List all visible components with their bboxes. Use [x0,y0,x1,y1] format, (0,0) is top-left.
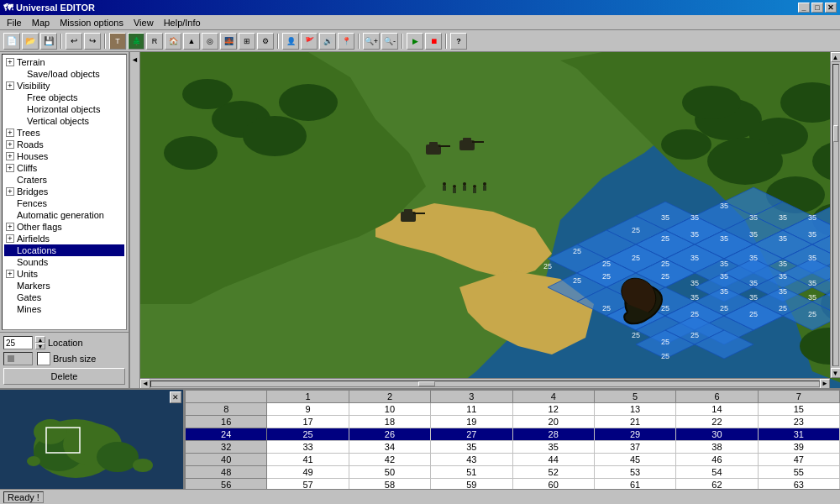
tree-item-craters[interactable]: Craters [4,174,124,186]
grid-cell[interactable]: 27 [431,428,512,441]
tree-item-other-flags[interactable]: +Other flags [4,221,124,233]
cliffs-button[interactable]: ▲ [183,33,200,50]
grid-cell[interactable]: 23 [758,416,839,428]
grid-cell[interactable]: 17 [267,416,349,428]
save-button[interactable]: 💾 [40,33,57,50]
v-scrollbar[interactable]: ▲ ▼ [830,52,840,378]
menu-mission-options[interactable]: Mission options [55,17,129,29]
table-row[interactable]: 3233343535373839 [186,441,840,454]
roads-button[interactable]: R [146,33,163,50]
grid-cell[interactable]: 46 [676,454,758,466]
tree-item-free-objects[interactable]: Free objects [4,92,124,103]
grid-cell[interactable]: 28 [512,428,594,441]
grid-cell[interactable]: 39 [758,441,839,454]
scroll-right-button[interactable]: ► [820,379,830,389]
grid-cell[interactable]: 31 [758,428,839,441]
expand-icon[interactable]: + [6,140,14,149]
tree-item-houses[interactable]: +Houses [4,150,124,162]
grid-cell[interactable]: 35 [431,441,512,454]
grid-cell[interactable]: 62 [676,479,758,490]
scroll-up-button[interactable]: ▲ [831,52,841,62]
tree-item-mines[interactable]: Mines [4,303,124,315]
brush-input[interactable] [37,352,50,365]
tree-item-gates[interactable]: Gates [4,291,124,303]
zoom-in-button[interactable]: 🔍+ [363,33,380,50]
scroll-left-button[interactable]: ◄ [140,379,150,389]
info-button[interactable]: ? [450,33,467,50]
units-button[interactable]: 👤 [282,33,299,50]
tree-item-horizontal-objects[interactable]: Horizontal objects [4,103,124,115]
table-row[interactable]: 89101112131415 [186,403,840,416]
close-button[interactable]: ✕ [825,3,837,13]
tree-item-cliffs[interactable]: +Cliffs [4,162,124,174]
grid-cell[interactable]: 29 [594,428,675,441]
delete-button[interactable]: Delete [3,368,125,385]
menu-map[interactable]: Map [27,17,55,29]
v-scroll-thumb[interactable] [833,125,838,142]
grid-cell[interactable]: 41 [267,454,349,466]
minimize-button[interactable]: _ [798,3,810,13]
minimap-close-button[interactable]: ✕ [170,391,181,403]
grid-cell[interactable]: 9 [267,403,349,416]
grid-cell[interactable]: 38 [676,441,758,454]
tree-item-vertical-objects[interactable]: Vertical objects [4,115,124,127]
grid-cell[interactable]: 10 [349,403,430,416]
trees-button[interactable]: 🌲 [128,33,144,50]
scroll-down-button[interactable]: ▼ [831,368,841,378]
menu-file[interactable]: File [2,17,27,29]
grid-cell[interactable]: 44 [512,454,594,466]
grid-cell[interactable]: 59 [431,479,512,490]
play-button[interactable]: ▶ [407,33,423,50]
grid-cell[interactable]: 53 [594,466,675,479]
grid-cell[interactable]: 11 [431,403,512,416]
grid-cell[interactable]: 33 [267,441,349,454]
auto-gen-button[interactable]: ⚙ [257,33,274,50]
grid-cell[interactable]: 58 [349,479,430,490]
grid-cell[interactable]: 57 [267,479,349,490]
craters-button[interactable]: ◎ [202,33,218,50]
grid-cell[interactable]: 26 [349,428,430,441]
grid-cell[interactable]: 42 [349,454,430,466]
table-row[interactable]: 2425262728293031 [186,428,840,441]
grid-cell[interactable]: 12 [512,403,594,416]
maximize-button[interactable]: □ [811,3,823,13]
tree-item-sounds[interactable]: Sounds [4,256,124,268]
panel-splitter[interactable]: ◄ [130,52,140,388]
menu-view[interactable]: View [129,17,159,29]
tree-item-bridges[interactable]: +Bridges [4,186,124,197]
grid-cell[interactable]: 14 [676,403,758,416]
tree-item-visibility[interactable]: +Visibility [4,80,124,92]
grid-cell[interactable]: 51 [431,466,512,479]
expand-icon[interactable]: + [6,129,14,137]
grid-cell[interactable]: 55 [758,466,839,479]
terrain-button[interactable]: T [109,33,126,50]
tree-item-fences[interactable]: Fences [4,197,124,209]
expand-icon[interactable]: + [6,270,14,278]
grid-cell[interactable]: 43 [431,454,512,466]
grid-cell[interactable]: 19 [431,416,512,428]
expand-icon[interactable]: + [6,58,14,66]
grid-table-container[interactable]: 1234567891011121314151617181920212223242… [185,390,840,489]
tree-item-automatic-generation[interactable]: Automatic generation [4,209,124,221]
new-button[interactable]: 📄 [3,33,20,50]
expand-icon[interactable]: + [6,152,14,160]
location-up-button[interactable]: ▲ [35,336,45,343]
table-row[interactable]: 4849505152535455 [186,466,840,479]
h-scroll-thumb[interactable] [418,381,435,386]
houses-button[interactable]: 🏠 [165,33,181,50]
grid-cell[interactable]: 15 [758,403,839,416]
table-row[interactable]: 5657585960616263 [186,479,840,490]
tree-item-save/load-objects[interactable]: Save/load objects [4,68,124,80]
table-row[interactable]: 1617181920212223 [186,416,840,428]
table-row[interactable]: 4041424344454647 [186,454,840,466]
expand-icon[interactable]: + [6,81,14,90]
grid-cell[interactable]: 60 [512,479,594,490]
grid-cell[interactable]: 63 [758,479,839,490]
tree-item-locations[interactable]: Locations [4,244,124,256]
grid-cell[interactable]: 61 [594,479,675,490]
fences-button[interactable]: ⊞ [239,33,255,50]
grid-cell[interactable]: 54 [676,466,758,479]
undo-button[interactable]: ↩ [66,33,82,50]
tree-item-roads[interactable]: +Roads [4,139,124,150]
tree-item-units[interactable]: +Units [4,268,124,280]
